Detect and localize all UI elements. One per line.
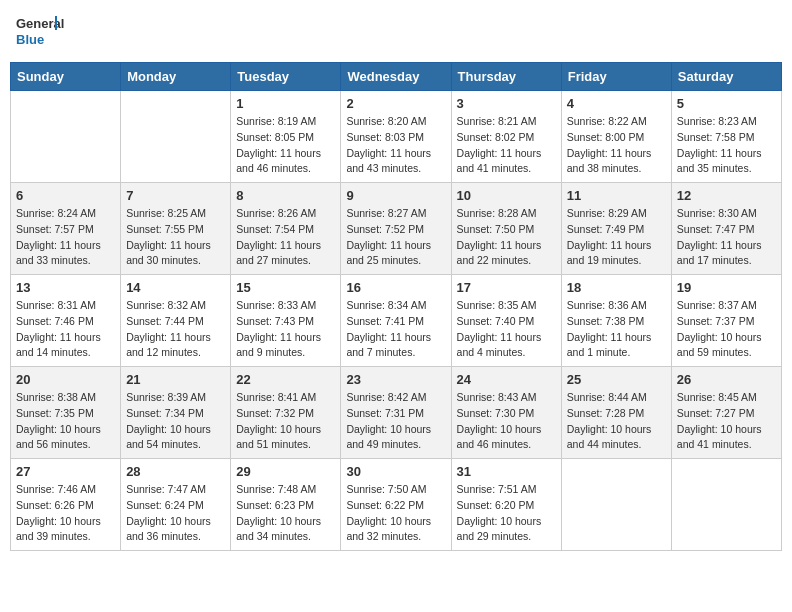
weekday-header-cell: Tuesday	[231, 63, 341, 91]
sunrise: Sunrise: 8:27 AM	[346, 207, 426, 219]
calendar-cell: 6 Sunrise: 8:24 AM Sunset: 7:57 PM Dayli…	[11, 183, 121, 275]
calendar-cell: 5 Sunrise: 8:23 AM Sunset: 7:58 PM Dayli…	[671, 91, 781, 183]
daylight: Daylight: 11 hours and 33 minutes.	[16, 239, 101, 267]
weekday-header-cell: Friday	[561, 63, 671, 91]
calendar-cell: 12 Sunrise: 8:30 AM Sunset: 7:47 PM Dayl…	[671, 183, 781, 275]
day-info: Sunrise: 7:47 AM Sunset: 6:24 PM Dayligh…	[126, 482, 225, 545]
day-info: Sunrise: 8:31 AM Sunset: 7:46 PM Dayligh…	[16, 298, 115, 361]
day-number: 22	[236, 372, 335, 387]
sunset: Sunset: 7:52 PM	[346, 223, 424, 235]
calendar-cell: 16 Sunrise: 8:34 AM Sunset: 7:41 PM Dayl…	[341, 275, 451, 367]
sunrise: Sunrise: 8:29 AM	[567, 207, 647, 219]
daylight: Daylight: 11 hours and 25 minutes.	[346, 239, 431, 267]
sunset: Sunset: 7:58 PM	[677, 131, 755, 143]
daylight: Daylight: 10 hours and 59 minutes.	[677, 331, 762, 359]
day-number: 31	[457, 464, 556, 479]
daylight: Daylight: 10 hours and 32 minutes.	[346, 515, 431, 543]
sunset: Sunset: 6:22 PM	[346, 499, 424, 511]
sunset: Sunset: 7:46 PM	[16, 315, 94, 327]
day-number: 13	[16, 280, 115, 295]
calendar-cell: 19 Sunrise: 8:37 AM Sunset: 7:37 PM Dayl…	[671, 275, 781, 367]
sunrise: Sunrise: 8:33 AM	[236, 299, 316, 311]
calendar-cell: 18 Sunrise: 8:36 AM Sunset: 7:38 PM Dayl…	[561, 275, 671, 367]
day-info: Sunrise: 8:22 AM Sunset: 8:00 PM Dayligh…	[567, 114, 666, 177]
day-number: 26	[677, 372, 776, 387]
calendar-cell: 2 Sunrise: 8:20 AM Sunset: 8:03 PM Dayli…	[341, 91, 451, 183]
calendar-table: SundayMondayTuesdayWednesdayThursdayFrid…	[10, 62, 782, 551]
daylight: Daylight: 11 hours and 4 minutes.	[457, 331, 542, 359]
daylight: Daylight: 10 hours and 44 minutes.	[567, 423, 652, 451]
svg-text:Blue: Blue	[16, 32, 44, 47]
calendar-cell: 28 Sunrise: 7:47 AM Sunset: 6:24 PM Dayl…	[121, 459, 231, 551]
day-info: Sunrise: 8:26 AM Sunset: 7:54 PM Dayligh…	[236, 206, 335, 269]
sunset: Sunset: 8:03 PM	[346, 131, 424, 143]
sunrise: Sunrise: 8:22 AM	[567, 115, 647, 127]
daylight: Daylight: 10 hours and 41 minutes.	[677, 423, 762, 451]
daylight: Daylight: 10 hours and 36 minutes.	[126, 515, 211, 543]
sunrise: Sunrise: 8:19 AM	[236, 115, 316, 127]
sunrise: Sunrise: 8:34 AM	[346, 299, 426, 311]
calendar-cell	[11, 91, 121, 183]
sunrise: Sunrise: 8:45 AM	[677, 391, 757, 403]
sunrise: Sunrise: 8:31 AM	[16, 299, 96, 311]
sunset: Sunset: 6:24 PM	[126, 499, 204, 511]
calendar-body: 1 Sunrise: 8:19 AM Sunset: 8:05 PM Dayli…	[11, 91, 782, 551]
calendar-cell: 11 Sunrise: 8:29 AM Sunset: 7:49 PM Dayl…	[561, 183, 671, 275]
sunset: Sunset: 7:40 PM	[457, 315, 535, 327]
sunrise: Sunrise: 7:51 AM	[457, 483, 537, 495]
sunset: Sunset: 6:20 PM	[457, 499, 535, 511]
day-info: Sunrise: 8:33 AM Sunset: 7:43 PM Dayligh…	[236, 298, 335, 361]
daylight: Daylight: 11 hours and 46 minutes.	[236, 147, 321, 175]
calendar-cell: 20 Sunrise: 8:38 AM Sunset: 7:35 PM Dayl…	[11, 367, 121, 459]
sunrise: Sunrise: 8:37 AM	[677, 299, 757, 311]
day-info: Sunrise: 8:34 AM Sunset: 7:41 PM Dayligh…	[346, 298, 445, 361]
day-info: Sunrise: 8:37 AM Sunset: 7:37 PM Dayligh…	[677, 298, 776, 361]
calendar-week-row: 13 Sunrise: 8:31 AM Sunset: 7:46 PM Dayl…	[11, 275, 782, 367]
day-info: Sunrise: 8:32 AM Sunset: 7:44 PM Dayligh…	[126, 298, 225, 361]
day-info: Sunrise: 7:50 AM Sunset: 6:22 PM Dayligh…	[346, 482, 445, 545]
calendar-week-row: 27 Sunrise: 7:46 AM Sunset: 6:26 PM Dayl…	[11, 459, 782, 551]
daylight: Daylight: 11 hours and 7 minutes.	[346, 331, 431, 359]
day-number: 8	[236, 188, 335, 203]
daylight: Daylight: 11 hours and 30 minutes.	[126, 239, 211, 267]
daylight: Daylight: 10 hours and 29 minutes.	[457, 515, 542, 543]
day-number: 10	[457, 188, 556, 203]
calendar-cell: 23 Sunrise: 8:42 AM Sunset: 7:31 PM Dayl…	[341, 367, 451, 459]
calendar-cell	[671, 459, 781, 551]
sunrise: Sunrise: 7:46 AM	[16, 483, 96, 495]
day-number: 21	[126, 372, 225, 387]
sunset: Sunset: 7:49 PM	[567, 223, 645, 235]
calendar-cell: 22 Sunrise: 8:41 AM Sunset: 7:32 PM Dayl…	[231, 367, 341, 459]
sunset: Sunset: 7:27 PM	[677, 407, 755, 419]
logo: General Blue	[14, 10, 64, 54]
day-number: 18	[567, 280, 666, 295]
calendar-cell: 27 Sunrise: 7:46 AM Sunset: 6:26 PM Dayl…	[11, 459, 121, 551]
day-info: Sunrise: 8:30 AM Sunset: 7:47 PM Dayligh…	[677, 206, 776, 269]
day-info: Sunrise: 8:35 AM Sunset: 7:40 PM Dayligh…	[457, 298, 556, 361]
sunrise: Sunrise: 7:47 AM	[126, 483, 206, 495]
day-info: Sunrise: 8:27 AM Sunset: 7:52 PM Dayligh…	[346, 206, 445, 269]
day-info: Sunrise: 7:46 AM Sunset: 6:26 PM Dayligh…	[16, 482, 115, 545]
day-info: Sunrise: 8:28 AM Sunset: 7:50 PM Dayligh…	[457, 206, 556, 269]
day-number: 9	[346, 188, 445, 203]
day-info: Sunrise: 8:44 AM Sunset: 7:28 PM Dayligh…	[567, 390, 666, 453]
calendar-cell: 7 Sunrise: 8:25 AM Sunset: 7:55 PM Dayli…	[121, 183, 231, 275]
day-number: 14	[126, 280, 225, 295]
sunset: Sunset: 7:57 PM	[16, 223, 94, 235]
day-info: Sunrise: 8:39 AM Sunset: 7:34 PM Dayligh…	[126, 390, 225, 453]
calendar-cell: 10 Sunrise: 8:28 AM Sunset: 7:50 PM Dayl…	[451, 183, 561, 275]
day-info: Sunrise: 8:29 AM Sunset: 7:49 PM Dayligh…	[567, 206, 666, 269]
day-number: 24	[457, 372, 556, 387]
day-number: 29	[236, 464, 335, 479]
sunset: Sunset: 7:32 PM	[236, 407, 314, 419]
day-number: 11	[567, 188, 666, 203]
calendar-cell	[561, 459, 671, 551]
day-number: 23	[346, 372, 445, 387]
sunset: Sunset: 7:47 PM	[677, 223, 755, 235]
daylight: Daylight: 11 hours and 38 minutes.	[567, 147, 652, 175]
day-info: Sunrise: 8:45 AM Sunset: 7:27 PM Dayligh…	[677, 390, 776, 453]
daylight: Daylight: 10 hours and 51 minutes.	[236, 423, 321, 451]
sunset: Sunset: 7:30 PM	[457, 407, 535, 419]
calendar-cell: 21 Sunrise: 8:39 AM Sunset: 7:34 PM Dayl…	[121, 367, 231, 459]
daylight: Daylight: 10 hours and 46 minutes.	[457, 423, 542, 451]
